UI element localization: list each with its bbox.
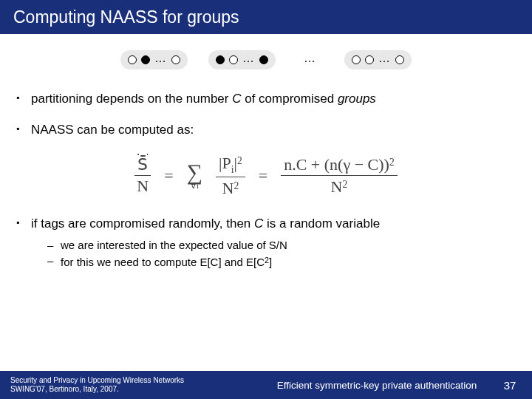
- footer-center: Efficient symmetric-key private authenti…: [266, 380, 488, 391]
- slide-title: Computing NAASS for groups: [13, 7, 239, 27]
- sub-expected: we are interested in the expected value …: [31, 239, 519, 251]
- tag-open-icon: [395, 55, 404, 64]
- n: N: [137, 176, 149, 195]
- tag-compromised-icon: [216, 55, 225, 64]
- tag-open-icon: [128, 55, 137, 64]
- formula: S̄ N = ∑ ∀i |Pi|2 N2 = n.C + (n(γ − C))2…: [13, 154, 519, 197]
- bullet-random: if tags are compromised randomly, then C…: [13, 216, 519, 268]
- var-groups: groups: [338, 92, 376, 106]
- exp-2: 2: [389, 157, 395, 168]
- group-ellipsis: …: [296, 50, 324, 69]
- text: |P: [219, 154, 231, 172]
- n: N: [222, 179, 234, 197]
- exp-2: 2: [342, 179, 347, 190]
- exp-2: 2: [265, 256, 269, 265]
- var-c: C: [232, 92, 241, 106]
- equals: =: [164, 166, 173, 185]
- tag-compromised-icon: [259, 55, 268, 64]
- tag-open-icon: [365, 55, 374, 64]
- var-c: C: [254, 216, 263, 231]
- footer-bar: Security and Privacy in Upcoming Wireles…: [0, 371, 532, 399]
- group-2: …: [208, 50, 276, 69]
- tag-open-icon: [171, 55, 180, 64]
- slide: Computing NAASS for groups … … … … part: [0, 0, 532, 399]
- bullet-list: partitioning depends on the number C of …: [13, 92, 519, 137]
- footer-line2: SWING'07, Bertinoro, Italy, 2007.: [10, 385, 266, 395]
- s-bar: S̄: [137, 155, 148, 174]
- bullet-partitioning: partitioning depends on the number C of …: [13, 92, 519, 106]
- footer-line1: Security and Privacy in Upcoming Wireles…: [10, 376, 266, 386]
- text: if tags are compromised randomly, then: [31, 216, 254, 231]
- equals: =: [259, 166, 267, 185]
- text: of compromised: [241, 92, 337, 106]
- sub-list: we are interested in the expected value …: [31, 239, 519, 268]
- bullet-computed: NAASS can be computed as:: [13, 123, 519, 137]
- text: partitioning depends on the number: [31, 92, 232, 106]
- frac-rhs: n.C + (n(γ − C))2 N2: [281, 155, 398, 197]
- ellipsis-icon: …: [304, 52, 316, 64]
- sum-bottom: ∀i: [191, 182, 199, 190]
- footer-left: Security and Privacy in Upcoming Wireles…: [0, 376, 266, 395]
- tag-open-icon: [229, 55, 238, 64]
- group-1: …: [120, 50, 188, 69]
- ellipsis-icon: …: [154, 52, 167, 64]
- slide-content: partitioning depends on the number C of …: [0, 92, 532, 399]
- frac-pi: |Pi|2 N2: [216, 154, 245, 197]
- text: for this we need to compute E[C] and E[C: [61, 256, 265, 268]
- sum-icon: ∑ ∀i: [187, 162, 202, 190]
- text: is a random variable: [263, 216, 380, 231]
- n: N: [331, 177, 343, 196]
- rhs-num: n.C + (n(γ − C)): [284, 155, 389, 174]
- tag-open-icon: [352, 55, 361, 64]
- page-number: 37: [488, 379, 532, 392]
- exp-2: 2: [233, 180, 239, 191]
- ellipsis-icon: …: [378, 52, 391, 64]
- text: ]: [269, 256, 272, 268]
- frac-sn: S̄ N: [134, 156, 151, 195]
- exp-2: 2: [237, 155, 242, 166]
- group-n: …: [344, 50, 412, 69]
- sub-compute: for this we need to compute E[C] and E[C…: [31, 254, 519, 268]
- bullet-list-2: if tags are compromised randomly, then C…: [13, 216, 519, 268]
- groups-diagram: … … … …: [0, 50, 532, 69]
- tag-compromised-icon: [141, 55, 150, 64]
- title-bar: Computing NAASS for groups: [0, 0, 532, 34]
- ellipsis-icon: …: [242, 52, 255, 64]
